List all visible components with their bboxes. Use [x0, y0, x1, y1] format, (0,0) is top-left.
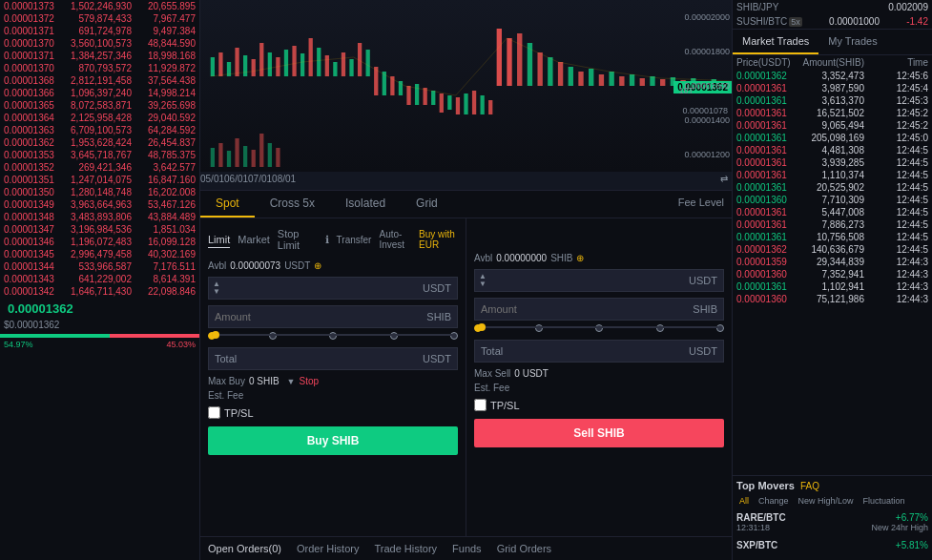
svg-rect-9: [284, 50, 288, 76]
trade-row: 0.000013613,939,28512:44:5: [733, 156, 932, 169]
buy-avbl-row: Avbl 0.00000073 USDT ⊕: [208, 260, 458, 271]
buy-tpsl-checkbox[interactable]: [208, 406, 220, 419]
order-book-row: 0.000013452,996,479,45840,302.169: [0, 248, 199, 260]
sell-slider-handle[interactable]: [478, 323, 486, 331]
filter-change[interactable]: Change: [756, 495, 792, 507]
mover-badge: New 24hr High: [871, 523, 928, 532]
svg-rect-60: [660, 79, 665, 86]
sell-slider-track[interactable]: [478, 326, 720, 328]
tab-grid[interactable]: Grid: [401, 191, 453, 218]
buy-slider-handle[interactable]: [212, 331, 219, 339]
order-type-stop[interactable]: Stop Limit: [278, 226, 314, 253]
order-book-row: 0.000013493,963,664,96353,467.126: [0, 198, 199, 211]
buy-with-eur-btn[interactable]: Buy with EUR: [419, 229, 458, 250]
sell-price-decrement[interactable]: ▲▼: [475, 273, 490, 288]
tab-trade-history[interactable]: Trade History: [374, 541, 437, 556]
order-type-info-icon[interactable]: ℹ: [325, 234, 329, 246]
svg-rect-16: [342, 52, 345, 76]
buy-slider-row: [208, 334, 458, 340]
mover-change: +6.77%: [896, 512, 928, 523]
trade-row: 0.0000136110,756,50812:44:5: [733, 231, 932, 243]
order-type-market[interactable]: Market: [238, 232, 270, 247]
buy-max-row: Max Buy 0 SHIB ▼ Stop: [208, 376, 458, 386]
buy-amount-input[interactable]: [209, 306, 421, 327]
svg-rect-41: [259, 134, 263, 167]
order-book-row: 0.000013703,560,100,57348,844.590: [0, 37, 199, 50]
svg-rect-12: [309, 38, 313, 76]
fee-level-btn[interactable]: Fee Level: [671, 191, 732, 218]
order-book-row: 0.000013421,646,711,43022,098.846: [0, 285, 199, 298]
tab-funds[interactable]: Funds: [452, 541, 482, 556]
tab-cross[interactable]: Cross 5x: [255, 191, 330, 218]
order-book-row: 0.000013661,096,397,24014,998.214: [0, 87, 199, 99]
svg-rect-10: [292, 46, 296, 76]
filter-fluctuation[interactable]: Fluctuation: [860, 495, 908, 507]
max-sell-value: 0 USDT: [514, 368, 549, 379]
filter-new-high-low[interactable]: New High/Low: [796, 495, 857, 507]
mover-pair: SXP/BTC: [736, 540, 777, 550]
top-movers-title: Top Movers: [736, 480, 795, 491]
sushi-btc-price: 0.00001000: [829, 16, 880, 27]
svg-rect-59: [650, 76, 654, 86]
shib-jpy-pair: SHIB/JPY: [736, 2, 778, 12]
trade-row: 0.00001361205,098,16912:45:0: [733, 132, 932, 144]
tab-spot[interactable]: Spot: [200, 191, 255, 218]
sell-total-label: Total: [475, 341, 508, 362]
svg-rect-0: [211, 57, 215, 76]
svg-rect-5: [252, 59, 256, 76]
tab-isolated[interactable]: Isolated: [330, 191, 401, 218]
svg-rect-58: [640, 78, 645, 86]
sell-tpsl-checkbox[interactable]: [474, 399, 487, 411]
svg-rect-53: [589, 69, 593, 86]
buy-form: Limit Market Stop Limit ℹ Transfer Auto-…: [200, 218, 466, 536]
sell-total-unit: USDT: [683, 345, 723, 357]
mover-item[interactable]: RARE/BTC +6.77% 12:31:18 New 24hr High: [736, 510, 928, 534]
svg-rect-26: [424, 88, 427, 105]
red-percent: 45.03%: [166, 340, 196, 349]
trade-row: 0.000013611,102,94112:44:3: [733, 280, 932, 293]
svg-rect-52: [578, 72, 583, 86]
order-book-row: 0.000013658,072,583,87139,265.698: [0, 99, 199, 112]
sell-amount-unit: SHIB: [687, 303, 723, 315]
svg-rect-47: [528, 43, 532, 86]
svg-rect-48: [537, 52, 542, 86]
tab-open-orders[interactable]: Open Orders(0): [208, 541, 281, 556]
buy-amount-input-group: SHIB: [208, 305, 458, 328]
sell-button[interactable]: Sell SHIB: [474, 419, 724, 447]
tab-grid-orders[interactable]: Grid Orders: [497, 541, 551, 556]
svg-rect-45: [507, 38, 511, 86]
order-book-row: 0.00001370870,793,57211,929.872: [0, 62, 199, 74]
my-trades-tab[interactable]: My Trades: [818, 30, 886, 54]
filter-all[interactable]: All: [736, 495, 752, 507]
top-movers: Top Movers FAQ All Change New High/Low F…: [733, 475, 932, 560]
sushi-btc-pair-group: SUSHI/BTC 5x: [736, 16, 802, 27]
shib-jpy-ticker: SHIB/JPY 0.002009: [733, 0, 932, 14]
buy-price-input[interactable]: 0.00001359: [224, 278, 417, 299]
auto-invest-btn[interactable]: Auto-Invest: [379, 229, 411, 250]
buy-button[interactable]: Buy SHIB: [208, 426, 458, 455]
svg-rect-15: [333, 62, 337, 76]
market-trades-tab[interactable]: Market Trades: [733, 30, 818, 54]
order-type-limit[interactable]: Limit: [208, 232, 230, 248]
order-book-row: 0.000013731,502,246,93020,655.895: [0, 0, 199, 12]
mover-item[interactable]: SXP/BTC +5.81%: [736, 538, 928, 552]
svg-rect-51: [569, 67, 573, 86]
top-movers-faq[interactable]: FAQ: [800, 481, 819, 491]
transfer-btn[interactable]: Transfer: [337, 235, 372, 245]
sell-max-row: Max Sell 0 USDT: [474, 368, 724, 379]
stop-label[interactable]: Stop: [300, 376, 320, 386]
sell-amount-input[interactable]: [475, 299, 687, 320]
svg-rect-13: [317, 48, 321, 76]
sell-avbl-icon[interactable]: ⊕: [576, 253, 584, 263]
buy-avbl-icon[interactable]: ⊕: [314, 260, 321, 271]
svg-rect-36: [218, 143, 222, 167]
price-decrement[interactable]: ▲▼: [209, 280, 224, 296]
svg-rect-46: [517, 33, 522, 86]
buy-total-label: Total: [209, 348, 242, 369]
market-trades-header: Market Trades My Trades: [733, 30, 932, 55]
buy-slider-track[interactable]: [212, 334, 454, 336]
sell-price-input[interactable]: 0.00001359: [490, 270, 683, 291]
tab-order-history[interactable]: Order History: [297, 541, 359, 556]
sell-slider-row: [474, 326, 724, 332]
svg-rect-25: [415, 84, 419, 105]
